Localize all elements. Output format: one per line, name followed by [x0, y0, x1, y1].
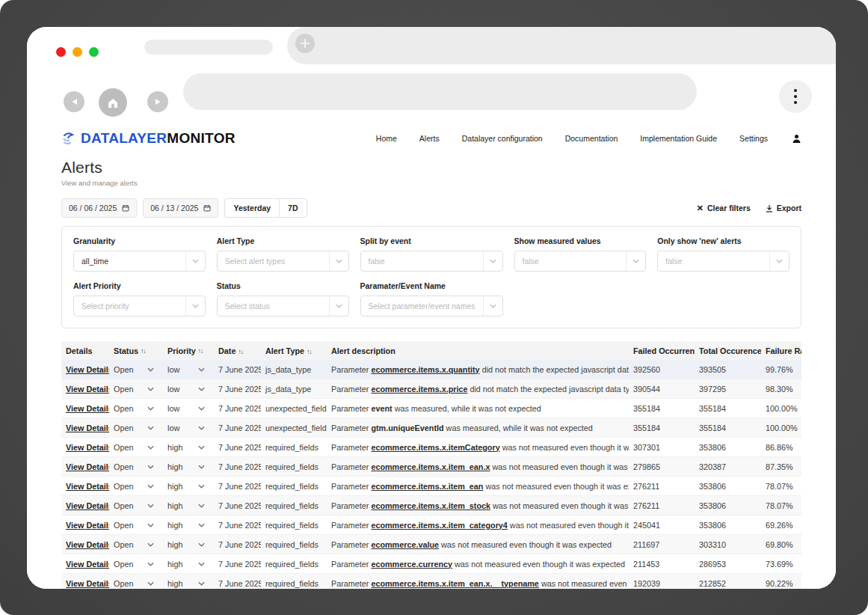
column-header-failure-rate[interactable]: Failure Rate↑ — [761, 346, 801, 355]
show-measured-values-select[interactable]: false — [514, 251, 647, 272]
nav-datalayer-configuration[interactable]: Datalayer configuration — [462, 134, 543, 143]
nav-implementation-guide[interactable]: Implementation Guide — [640, 134, 717, 143]
view-details-link[interactable]: View Details — [66, 365, 109, 374]
browser-menu-button[interactable] — [779, 80, 812, 113]
status-dropdown[interactable]: Open — [109, 423, 163, 432]
priority-dropdown[interactable]: high — [163, 521, 214, 530]
datalayer-logo-icon — [61, 132, 76, 146]
app-header: DATALAYERMONITOR Home Alerts Datalayer c… — [61, 130, 801, 147]
priority-dropdown[interactable]: high — [163, 501, 214, 510]
status-dropdown[interactable]: Open — [109, 521, 163, 530]
export-button[interactable]: Export — [766, 204, 801, 212]
table-row: View DetailsOpenlow7 June 2025js_data_ty… — [61, 379, 801, 399]
view-details-link[interactable]: View Details — [66, 385, 109, 394]
nav-alerts[interactable]: Alerts — [419, 134, 440, 143]
new-tab-button[interactable] — [295, 34, 315, 53]
column-header-failed-occurrences[interactable]: Failed Occurrences↑ — [629, 346, 695, 355]
sort-icon[interactable]: ↑↓ — [198, 347, 203, 355]
status-dropdown[interactable]: Open — [109, 540, 163, 549]
priority-dropdown[interactable]: high — [163, 540, 214, 549]
sort-icon[interactable]: ↑↓ — [307, 348, 312, 355]
nav-documentation[interactable]: Documentation — [565, 134, 618, 143]
back-button[interactable] — [64, 91, 84, 112]
view-details-link[interactable]: View Details — [66, 404, 109, 413]
status-dropdown[interactable]: Open — [109, 462, 163, 471]
failure-rate-cell: 87.35% — [761, 462, 801, 471]
status-dropdown[interactable]: Open — [109, 443, 163, 452]
status-dropdown[interactable]: Open — [109, 579, 163, 588]
sort-icon[interactable]: ↑↓ — [141, 347, 146, 355]
home-button[interactable] — [99, 88, 127, 117]
alert-type-select[interactable]: Select alert types — [217, 251, 349, 272]
failed-occurrences-cell: 211697 — [629, 540, 695, 549]
forward-button[interactable] — [147, 91, 168, 112]
chevron-down-icon — [198, 562, 205, 566]
clear-filters-button[interactable]: ✕ Clear filters — [697, 204, 751, 213]
alert-type-cell: required_fields — [261, 560, 327, 569]
minimize-window-button[interactable] — [73, 47, 82, 57]
status-value: Open — [114, 385, 133, 394]
view-details-link[interactable]: View Details — [66, 423, 109, 432]
status-dropdown[interactable]: Open — [109, 404, 163, 413]
yesterday-button[interactable]: Yesterday — [225, 199, 279, 217]
priority-dropdown[interactable]: high — [163, 560, 214, 569]
column-header-priority[interactable]: Priority↑↓ — [163, 346, 214, 355]
table-actions: ✕ Clear filters Export — [697, 204, 801, 213]
sort-icon[interactable]: ↑↓ — [238, 348, 243, 355]
date-cell: 7 June 2025 — [214, 482, 261, 491]
paramater-event-name-select[interactable]: Select parameter/event names — [360, 296, 503, 316]
view-details-link[interactable]: View Details — [66, 462, 109, 471]
column-header-date[interactable]: Date↑↓ — [214, 346, 261, 355]
close-window-button[interactable] — [56, 47, 66, 57]
status-select[interactable]: Select status — [217, 296, 349, 316]
view-details-link[interactable]: View Details — [66, 501, 109, 510]
chevron-down-icon — [336, 259, 342, 263]
column-header-alert-type[interactable]: Alert Type↑↓ — [261, 346, 327, 355]
status-dropdown[interactable]: Open — [109, 560, 163, 569]
priority-dropdown[interactable]: high — [163, 579, 214, 588]
status-dropdown[interactable]: Open — [109, 482, 163, 491]
priority-dropdown[interactable]: low — [163, 423, 214, 432]
address-bar[interactable] — [183, 73, 697, 110]
nav-settings[interactable]: Settings — [739, 134, 768, 143]
date-from-input[interactable]: 06 / 06 / 2025 — [61, 198, 137, 218]
maximize-window-button[interactable] — [89, 47, 99, 57]
priority-dropdown[interactable]: high — [163, 462, 214, 471]
status-dropdown[interactable]: Open — [109, 501, 163, 510]
alert-description-cell: Parameter ecommerce.items.x.item_ean was… — [327, 482, 629, 491]
parameter-name: ecommerce.items.x.item_category4 — [371, 521, 507, 530]
only-show-new-alerts-select[interactable]: false — [657, 251, 789, 272]
alert-priority-select[interactable]: Select priority — [73, 296, 206, 316]
priority-value: low — [167, 385, 179, 394]
granularity-select[interactable]: all_time — [73, 251, 206, 272]
priority-dropdown[interactable]: low — [163, 404, 214, 413]
active-tab-title-placeholder[interactable] — [144, 40, 273, 55]
failed-occurrences-cell: 355184 — [629, 423, 695, 432]
view-details-link[interactable]: View Details — [66, 443, 109, 452]
nav-home[interactable]: Home — [376, 134, 397, 143]
view-details-link[interactable]: View Details — [66, 521, 109, 530]
status-dropdown[interactable]: Open — [109, 365, 163, 374]
split-by-event-select[interactable]: false — [360, 251, 503, 272]
priority-dropdown[interactable]: low — [163, 385, 214, 394]
app-logo[interactable]: DATALAYERMONITOR — [61, 130, 236, 147]
alert-type-cell: js_data_type — [261, 365, 327, 374]
user-account-button[interactable] — [792, 134, 801, 144]
status-dropdown[interactable]: Open — [109, 385, 163, 394]
priority-dropdown[interactable]: low — [163, 365, 214, 374]
chevron-down-icon — [490, 259, 496, 263]
seven-day-button[interactable]: 7D — [279, 199, 306, 217]
kebab-dot — [794, 101, 797, 104]
date-cell: 7 June 2025 — [214, 385, 261, 394]
date-to-input[interactable]: 06 / 13 / 2025 — [143, 198, 218, 218]
priority-dropdown[interactable]: high — [163, 443, 214, 452]
date-cell: 7 June 2025 — [214, 579, 261, 588]
view-details-link[interactable]: View Details — [66, 540, 109, 549]
total-occurences-cell: 320387 — [695, 462, 761, 471]
total-occurences-cell: 397295 — [695, 385, 761, 394]
view-details-link[interactable]: View Details — [66, 560, 109, 569]
column-header-status[interactable]: Status↑↓ — [109, 346, 163, 355]
view-details-link[interactable]: View Details — [66, 579, 109, 588]
priority-dropdown[interactable]: high — [163, 482, 214, 491]
view-details-link[interactable]: View Details — [66, 482, 109, 491]
